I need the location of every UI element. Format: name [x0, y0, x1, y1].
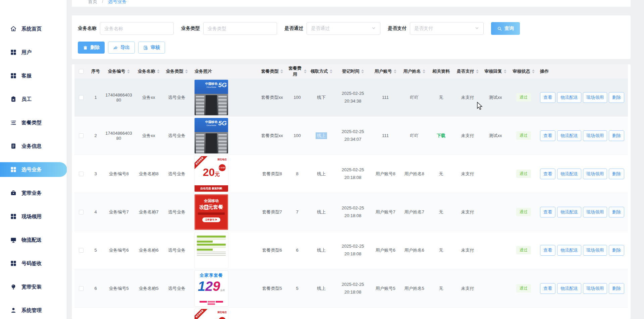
business-photo[interactable]: 全家享套餐129元/月: [195, 271, 228, 306]
view-button[interactable]: 查看: [540, 283, 555, 294]
view-button[interactable]: 查看: [540, 130, 555, 141]
delete-row-button[interactable]: 删除: [609, 283, 624, 294]
business-name-input[interactable]: [100, 22, 174, 35]
cell-pkg-text: 套餐类型5: [262, 285, 282, 292]
sort-icon[interactable]: [361, 69, 364, 73]
sort-icon[interactable]: [280, 69, 283, 73]
column-header-label: 用户姓名: [404, 68, 421, 74]
sort-icon[interactable]: [394, 69, 396, 73]
onsite-use-button[interactable]: 现场领用: [583, 283, 607, 294]
delete-row-button[interactable]: 删除: [609, 130, 624, 141]
sidebar-item-staff[interactable]: 员工: [0, 92, 67, 107]
view-button[interactable]: 查看: [540, 207, 555, 217]
sort-icon[interactable]: [304, 69, 307, 73]
sort-icon[interactable]: [330, 69, 332, 73]
column-header-pkg[interactable]: 套餐类型: [258, 68, 286, 74]
search-button[interactable]: 查询: [491, 22, 520, 35]
cell-uname: 用户姓名6: [400, 247, 429, 253]
delete-row-button[interactable]: 删除: [609, 245, 624, 256]
sort-icon[interactable]: [476, 69, 479, 73]
delete-row-button[interactable]: 删除: [609, 169, 624, 179]
business-type-input[interactable]: [203, 22, 277, 35]
column-header-acct[interactable]: 用户账号: [371, 68, 400, 74]
onsite-use-button[interactable]: 现场领用: [583, 169, 607, 179]
sidebar-item-broadband-install[interactable]: 宽带安装: [0, 279, 67, 294]
business-photo[interactable]: [195, 233, 228, 268]
logistics-delivery-button[interactable]: 物流配送: [557, 130, 581, 141]
main-area: 首页 / 选号业务 业务名称 业务类型 是否通过 是否通过: [67, 0, 644, 319]
row-checkbox[interactable]: [79, 172, 84, 176]
column-header-reply[interactable]: 审核回复: [482, 68, 509, 74]
sort-icon[interactable]: [423, 69, 425, 73]
column-header-uname[interactable]: 用户姓名: [400, 68, 429, 74]
sidebar-item-onsite-use[interactable]: 现场领用: [0, 209, 67, 224]
export-button[interactable]: 导出: [108, 42, 135, 54]
delete-row-button[interactable]: 删除: [609, 207, 624, 217]
logistics-delivery-button[interactable]: 物流配送: [557, 169, 581, 179]
row-checkbox[interactable]: [79, 286, 84, 291]
sidebar-item-home[interactable]: 系统首页: [0, 21, 67, 36]
sidebar-item-number-sign[interactable]: 号码签收: [0, 256, 67, 271]
sidebar-item-label: 系统管理: [21, 307, 42, 314]
photo-badge: [208, 301, 215, 303]
sort-icon[interactable]: [504, 69, 506, 73]
sidebar-item-customer-service[interactable]: 客服: [0, 68, 67, 83]
select-all-checkbox[interactable]: [79, 69, 84, 74]
sidebar-item-users[interactable]: 用户: [0, 45, 67, 60]
column-header-no[interactable]: 业务编号: [103, 68, 134, 74]
column-header-name[interactable]: 业务名称: [134, 68, 163, 74]
sidebar-item-broadband[interactable]: 宽带业务: [0, 186, 67, 200]
sort-icon[interactable]: [157, 69, 160, 73]
approved-select[interactable]: 是否通过: [307, 22, 380, 35]
logistics-delivery-button[interactable]: 物流配送: [557, 245, 581, 256]
view-button[interactable]: 查看: [540, 92, 555, 103]
business-photo[interactable]: 首页有惊喜湖北电信20元全省通用自动充值 极速到帐: [195, 156, 228, 192]
sidebar-item-business-info[interactable]: 业务信息: [0, 139, 67, 153]
delete-button[interactable]: 删除: [78, 42, 105, 54]
photo-brand-text: 湖北电信: [217, 158, 227, 161]
column-header-fee[interactable]: 套餐费用: [286, 65, 308, 77]
row-checkbox[interactable]: [79, 133, 84, 138]
view-button[interactable]: 查看: [540, 169, 555, 179]
sort-icon[interactable]: [185, 69, 188, 73]
onsite-use-button[interactable]: 现场领用: [583, 92, 607, 103]
column-header-status[interactable]: 审核状态: [509, 68, 538, 74]
business-photo[interactable]: 首页有惊喜湖北电信20元全省通用自动充值 极速到帐: [195, 309, 228, 319]
grid-icon: [10, 166, 17, 173]
sort-icon[interactable]: [127, 69, 130, 73]
sort-icon[interactable]: [532, 69, 535, 73]
row-checkbox[interactable]: [79, 95, 84, 100]
logistics-delivery-button[interactable]: 物流配送: [557, 207, 581, 217]
row-checkbox[interactable]: [79, 210, 84, 214]
download-link[interactable]: 下载: [437, 133, 445, 139]
onsite-use-button[interactable]: 现场领用: [583, 130, 607, 141]
row-checkbox[interactable]: [79, 248, 84, 253]
business-photo[interactable]: 全国移动改8元套餐立即参与 ▶: [195, 194, 228, 230]
cell-recv: 线上: [308, 285, 335, 292]
logistics-delivery-button[interactable]: 物流配送: [557, 92, 581, 103]
sidebar-item-system-admin[interactable]: 系统管理: [0, 303, 67, 318]
column-header-label: 相关资料: [432, 68, 450, 74]
logistics-delivery-button[interactable]: 物流配送: [557, 283, 581, 294]
breadcrumb-home[interactable]: 首页: [88, 0, 97, 4]
delete-row-button[interactable]: 删除: [609, 92, 624, 103]
cell-fee: 100: [286, 95, 308, 100]
sidebar-item-package-type[interactable]: 套餐类型: [0, 115, 67, 130]
cell-seq-text: 3: [94, 171, 97, 176]
business-photo[interactable]: 中国移动China Mobile5G: [195, 118, 228, 153]
onsite-use-button[interactable]: 现场领用: [583, 245, 607, 256]
business-photo[interactable]: 中国移动China Mobile5G: [195, 80, 228, 115]
column-header-recv[interactable]: 领取方式: [308, 68, 335, 74]
column-header-type[interactable]: 业务类型: [163, 68, 191, 74]
column-header-time[interactable]: 登记时间: [335, 68, 371, 74]
view-button[interactable]: 查看: [540, 245, 555, 256]
status-badge: 通过: [516, 170, 531, 178]
column-header-paid[interactable]: 是否支付: [453, 68, 482, 74]
sidebar-item-number-selection[interactable]: 选号业务: [0, 162, 67, 177]
paid-select[interactable]: 是否支付: [410, 22, 484, 35]
audit-button[interactable]: 审核: [138, 42, 165, 54]
onsite-use-button[interactable]: 现场领用: [583, 207, 607, 217]
sidebar-item-logistics[interactable]: 物流配送: [0, 233, 67, 247]
photo-detail: [197, 244, 226, 246]
cell-no: 业务编号7: [103, 209, 134, 215]
